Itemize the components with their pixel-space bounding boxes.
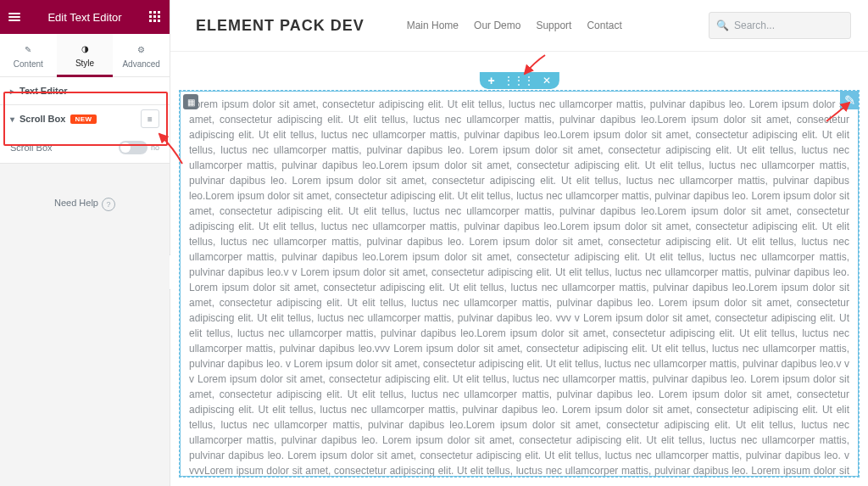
search-input[interactable]: 🔍 Search...: [709, 12, 851, 39]
svg-rect-2: [158, 11, 160, 14]
style-icon: ◑: [81, 42, 89, 57]
search-icon: 🔍: [716, 20, 729, 31]
control-label: Scroll Box: [10, 142, 53, 153]
svg-rect-6: [149, 20, 152, 22]
nav-link-our-demo[interactable]: Our Demo: [474, 20, 520, 31]
site-topbar: ELEMENT PACK DEV Main Home Our Demo Supp…: [170, 0, 868, 52]
drag-section-handle[interactable]: ⋮⋮⋮: [504, 75, 534, 86]
tab-advanced[interactable]: ⚙ Advanced: [113, 34, 170, 76]
apps-icon: [149, 11, 161, 23]
tab-label: Content: [14, 59, 43, 69]
format-icon[interactable]: ≡: [141, 109, 159, 128]
tab-label: Style: [75, 59, 94, 68]
panel-tabs: ✎ Content ◑ Style ⚙ Advanced: [0, 34, 170, 77]
menu-button[interactable]: [8, 12, 20, 22]
help-icon: ?: [102, 198, 115, 211]
edit-widget-button[interactable]: ✎: [840, 91, 859, 109]
svg-rect-4: [153, 15, 156, 18]
gear-icon: ⚙: [137, 42, 145, 58]
tab-style[interactable]: ◑ Style: [57, 34, 114, 77]
svg-rect-1: [153, 11, 156, 14]
add-section-button[interactable]: +: [487, 75, 494, 87]
remove-section-button[interactable]: ✕: [542, 75, 551, 86]
section-label: Text Editor: [19, 86, 68, 96]
nav-link-contact[interactable]: Contact: [587, 20, 621, 31]
control-scroll-box-toggle: Scroll Box no: [10, 141, 159, 154]
nav-link-support[interactable]: Support: [536, 20, 571, 31]
svg-rect-5: [158, 15, 160, 18]
apps-button[interactable]: [149, 11, 161, 23]
app-root: Edit Text Editor ✎ Content ◑ Style ⚙ Adv…: [0, 0, 868, 486]
section-text-editor[interactable]: ▸ Text Editor: [0, 77, 170, 105]
brand: ELEMENT PACK DEV: [196, 17, 364, 35]
nav-link-main-home[interactable]: Main Home: [407, 20, 459, 31]
svg-rect-3: [149, 15, 152, 18]
section-scroll-box-head[interactable]: ▾ Scroll Box NEW ≡: [0, 105, 170, 132]
preview-canvas: ELEMENT PACK DEV Main Home Our Demo Supp…: [170, 0, 868, 486]
scroll-box-toggle[interactable]: [119, 141, 147, 154]
column-handle[interactable]: ▦: [183, 94, 198, 109]
toggle-hint: no: [151, 143, 159, 152]
hamburger-icon: [8, 12, 20, 22]
section-label: Scroll Box: [19, 114, 65, 124]
need-help-link[interactable]: Need Help ?: [0, 164, 170, 486]
nav-links: Main Home Our Demo Support Contact: [407, 20, 622, 31]
section-handle: + ⋮⋮⋮ ✕: [479, 72, 559, 89]
panel-title: Edit Text Editor: [20, 11, 149, 24]
editor-section[interactable]: ▦ ✎ Lorem ipsum dolor sit amet, consecte…: [179, 90, 860, 478]
pencil-icon: ✎: [844, 92, 855, 109]
panel-header: Edit Text Editor: [0, 0, 170, 34]
search-placeholder: Search...: [734, 20, 775, 31]
new-badge: NEW: [70, 115, 96, 124]
chevron-right-icon: ▸: [10, 87, 14, 96]
lorem-content: Lorem ipsum dolor sit amet, consectetur …: [189, 97, 849, 477]
section-scroll-box: ▾ Scroll Box NEW ≡ Scroll Box no: [0, 105, 170, 164]
svg-rect-7: [153, 20, 156, 22]
need-help-label: Need Help: [54, 198, 98, 208]
tab-label: Advanced: [122, 59, 159, 69]
tab-content[interactable]: ✎ Content: [0, 34, 57, 76]
pencil-icon: ✎: [25, 42, 31, 58]
chevron-down-icon: ▾: [10, 115, 14, 124]
svg-rect-0: [149, 11, 152, 14]
elementor-panel: Edit Text Editor ✎ Content ◑ Style ⚙ Adv…: [0, 0, 170, 486]
text-widget[interactable]: Lorem ipsum dolor sit amet, consectetur …: [180, 91, 859, 477]
svg-rect-8: [158, 20, 160, 22]
